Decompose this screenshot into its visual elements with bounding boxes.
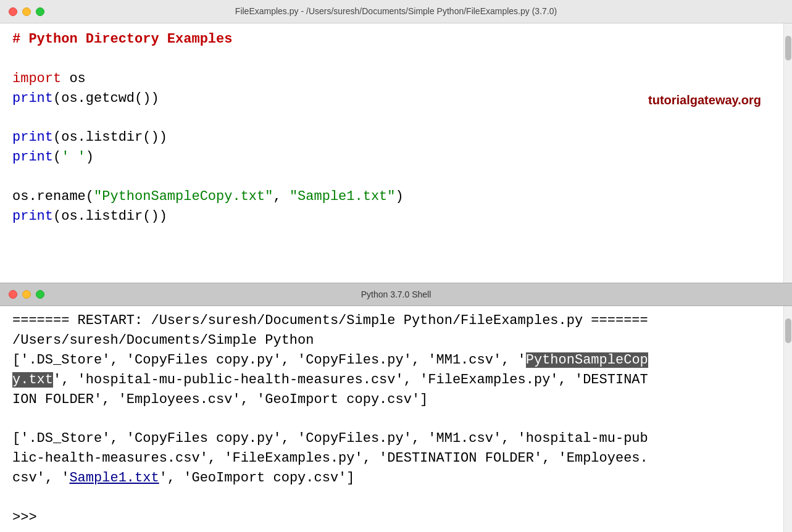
blank-line-2 xyxy=(12,109,780,128)
shell-maximize-button[interactable] xyxy=(36,290,44,299)
shell-close-button[interactable] xyxy=(9,290,17,299)
blank-line-3 xyxy=(12,167,780,187)
editor-scrollbar-thumb[interactable] xyxy=(785,36,791,60)
shell-traffic-lights xyxy=(9,290,44,299)
shell-scrollbar[interactable] xyxy=(783,306,792,532)
close-button[interactable] xyxy=(9,7,17,16)
code-line-print-space: print(' ') xyxy=(12,148,780,167)
shell-prompt[interactable]: >>> xyxy=(12,508,780,528)
list1-part1: ['.DS_Store', 'CopyFiles copy.py', 'Copy… xyxy=(12,352,526,368)
code-line-listdir2: print(os.listdir()) xyxy=(12,207,780,227)
maximize-button[interactable] xyxy=(36,7,44,16)
editor-scrollbar[interactable] xyxy=(783,23,792,283)
editor-area: tutorialgateway.org # Python Directory E… xyxy=(0,23,792,283)
shell-title-bar: Python 3.7.0 Shell xyxy=(0,283,792,306)
brand-text: tutorialgateway.org xyxy=(648,93,761,107)
cwd-line: /Users/suresh/Documents/Simple Python xyxy=(12,331,780,351)
code-line-rename: os.rename("PythonSampleCopy.txt", "Sampl… xyxy=(12,187,780,207)
minimize-button[interactable] xyxy=(22,7,31,16)
blank-line-shell xyxy=(12,409,780,429)
sample1-link: Sample1.txt xyxy=(69,470,159,486)
blank-line-1 xyxy=(12,49,780,69)
window-title: FileExamples.py - /Users/suresh/Document… xyxy=(235,5,557,17)
code-line-listdir1: print(os.listdir()) xyxy=(12,128,780,148)
title-bar: FileExamples.py - /Users/suresh/Document… xyxy=(0,0,792,23)
list1-part2: ', 'hospital-mu-public-health-measures.c… xyxy=(12,372,648,407)
comment-line: # Python Directory Examples xyxy=(12,30,780,49)
list1-line: ['.DS_Store', 'CopyFiles copy.py', 'Copy… xyxy=(12,351,780,410)
restart-line: ======= RESTART: /Users/suresh/Documents… xyxy=(12,311,780,331)
list2-line: ['.DS_Store', 'CopyFiles copy.py', 'Copy… xyxy=(12,429,780,488)
traffic-lights xyxy=(9,7,44,16)
shell-area: ======= RESTART: /Users/suresh/Documents… xyxy=(0,306,792,532)
shell-scrollbar-thumb[interactable] xyxy=(785,318,791,343)
shell-title: Python 3.7.0 Shell xyxy=(361,288,431,301)
code-line-import: import os xyxy=(12,69,780,89)
shell-minimize-button[interactable] xyxy=(22,290,31,299)
blank-line-shell-2 xyxy=(12,488,780,508)
